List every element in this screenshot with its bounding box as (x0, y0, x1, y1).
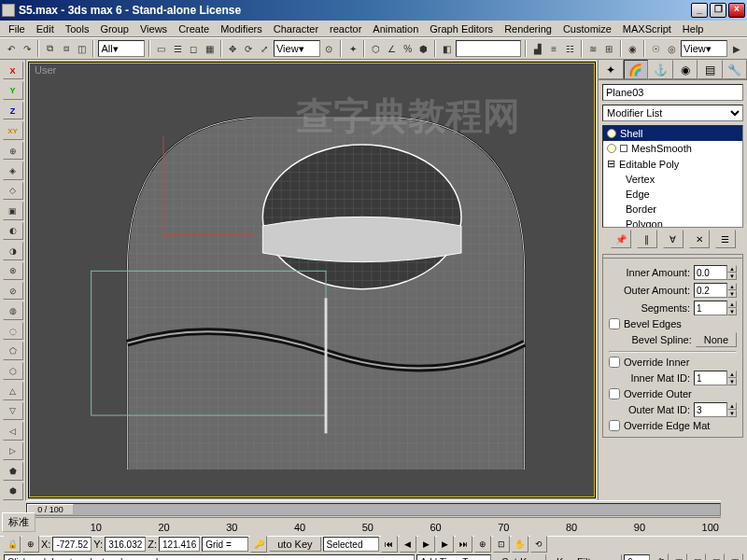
menu-modifiers[interactable]: Modifiers (216, 22, 267, 35)
bevel-edges-check[interactable] (609, 318, 620, 329)
move-button[interactable]: ✥ (226, 39, 240, 58)
angle-snap-button[interactable]: ∠ (385, 39, 399, 58)
menu-edit[interactable]: Edit (32, 22, 59, 35)
axis-z-button[interactable]: Z (3, 102, 23, 119)
axis-xy-button[interactable]: XY (3, 121, 23, 139)
percent-snap-button[interactable]: % (401, 39, 415, 58)
nav-3[interactable]: ✋ (512, 536, 529, 553)
goto-end-button[interactable]: ⏭ (456, 536, 472, 553)
stack-polygon[interactable]: Polygon (603, 217, 742, 228)
bind-button[interactable]: ◫ (75, 39, 89, 58)
nav-1[interactable]: ⊕ (474, 536, 491, 553)
prev-frame-button[interactable]: ◀ (400, 536, 416, 553)
stack-editpoly[interactable]: ⊟Editable Poly (603, 156, 742, 172)
remove-mod-button[interactable]: ✕ (689, 230, 710, 248)
left-tool-4[interactable]: ▣ (3, 202, 23, 219)
lock-button[interactable]: 🔒 (4, 536, 21, 553)
frame-input[interactable]: 6 (624, 554, 650, 560)
spinner-down-icon[interactable]: ▼ (727, 273, 737, 280)
configure-button[interactable]: ☰ (715, 230, 736, 248)
render-combo[interactable]: View ▾ (681, 40, 727, 57)
manip-button[interactable]: ✦ (345, 39, 359, 58)
left-tool-6[interactable]: ◑ (3, 242, 23, 259)
named-sel-button[interactable]: ◧ (440, 39, 454, 58)
z-coord[interactable]: 121.416 (159, 537, 200, 552)
stack-shell[interactable]: Shell (603, 126, 742, 141)
menu-tools[interactable]: Tools (61, 22, 94, 35)
menu-rendering[interactable]: Rendering (500, 22, 557, 35)
key-mode-combo[interactable]: Selected (323, 537, 379, 552)
mirror-button[interactable]: ▟ (530, 39, 544, 58)
select-name-button[interactable]: ☰ (170, 39, 184, 58)
left-tool-2[interactable]: ◈ (3, 161, 23, 179)
outer-amount-input[interactable] (694, 283, 727, 298)
pivot-button[interactable]: ⊙ (322, 39, 336, 58)
menu-animation[interactable]: Animation (368, 22, 423, 35)
close-button[interactable]: × (728, 3, 745, 18)
left-extra-label[interactable]: 标准 (2, 512, 35, 532)
modify-tab[interactable]: 🌈 (624, 60, 649, 79)
snap-button[interactable]: ⬡ (369, 39, 383, 58)
menu-reactor[interactable]: reactor (325, 22, 366, 35)
rotate-button[interactable]: ⟳ (242, 39, 256, 58)
inner-mat-id-input[interactable] (694, 371, 727, 385)
outer-mat-id-input[interactable] (694, 402, 727, 417)
nav-7[interactable]: ◲ (708, 553, 725, 560)
nav-2[interactable]: ⊡ (493, 536, 510, 553)
viewport[interactable]: User 查字典教程网 (28, 62, 596, 498)
unlink-button[interactable]: ⧈ (59, 39, 73, 58)
layers-button[interactable]: ☷ (563, 39, 577, 58)
named-sel-combo[interactable] (456, 40, 521, 57)
menu-create[interactable]: Create (174, 22, 214, 35)
left-tool-3[interactable]: ◇ (3, 182, 23, 200)
axis-y-button[interactable]: Y (3, 81, 23, 99)
schematic-button[interactable]: ⊞ (602, 39, 616, 58)
inner-amount-input[interactable] (694, 265, 727, 280)
selection-filter[interactable]: All ▾ (98, 40, 145, 57)
maximize-button[interactable]: ❐ (710, 3, 726, 18)
x-coord[interactable]: -727.52 (52, 537, 92, 552)
menu-maxscript[interactable]: MAXScript (618, 22, 676, 35)
left-tool-17[interactable]: ⬟ (3, 462, 23, 480)
time-slider[interactable]: 0 / 100 (26, 500, 721, 517)
next-frame-button[interactable]: ▶ (437, 536, 454, 553)
motion-tab[interactable]: ◉ (673, 60, 698, 79)
menu-views[interactable]: Views (135, 22, 172, 35)
render-button[interactable]: ▶ (729, 39, 743, 58)
menu-character[interactable]: Character (269, 22, 323, 35)
curve-editor-button[interactable]: ≋ (586, 39, 600, 58)
modifier-stack[interactable]: Shell MeshSmooth ⊟Editable Poly Vertex E… (602, 125, 743, 228)
material-button[interactable]: ◉ (626, 39, 640, 58)
modifier-list-combo[interactable]: Modifier List (602, 105, 743, 121)
nav-6[interactable]: ◱ (689, 553, 706, 560)
key-icon[interactable]: 🔑 (250, 536, 267, 553)
menu-help[interactable]: Help (678, 22, 709, 35)
left-tool-8[interactable]: ⊘ (3, 282, 23, 300)
object-name-input[interactable] (602, 84, 743, 101)
window-crossing-button[interactable]: ▦ (203, 39, 217, 58)
link-button[interactable]: ⧉ (43, 39, 57, 58)
override-inner-check[interactable] (609, 357, 620, 368)
pin-stack-button[interactable]: 📌 (611, 230, 631, 248)
create-tab[interactable]: ✦ (599, 60, 624, 79)
select-button[interactable]: ▭ (154, 39, 168, 58)
left-tool-18[interactable]: ⬢ (3, 483, 23, 500)
menu-customize[interactable]: Customize (558, 22, 616, 35)
left-tool-10[interactable]: ◌ (3, 322, 23, 340)
axis-x-button[interactable]: X (3, 62, 23, 79)
left-tool-12[interactable]: ⬡ (3, 362, 23, 380)
y-coord[interactable]: 316.032 (105, 537, 146, 552)
goto-start-button[interactable]: ⏮ (381, 536, 398, 553)
undo-button[interactable]: ↶ (4, 39, 18, 58)
segments-input[interactable] (694, 301, 727, 315)
stack-meshsmooth[interactable]: MeshSmooth (603, 141, 742, 156)
nav-8[interactable]: ◳ (726, 553, 743, 560)
show-end-button[interactable]: ∥ (637, 230, 657, 248)
nav-4[interactable]: ⟲ (530, 536, 547, 553)
time-config-button[interactable]: ⏱ (652, 553, 669, 560)
select-region-button[interactable]: ◻ (187, 39, 201, 58)
none-button[interactable]: None (696, 332, 737, 347)
align-button[interactable]: ≡ (547, 39, 561, 58)
time-tag[interactable]: Add Time Tag (416, 554, 491, 560)
expand-icon[interactable]: ⊟ (607, 158, 615, 170)
